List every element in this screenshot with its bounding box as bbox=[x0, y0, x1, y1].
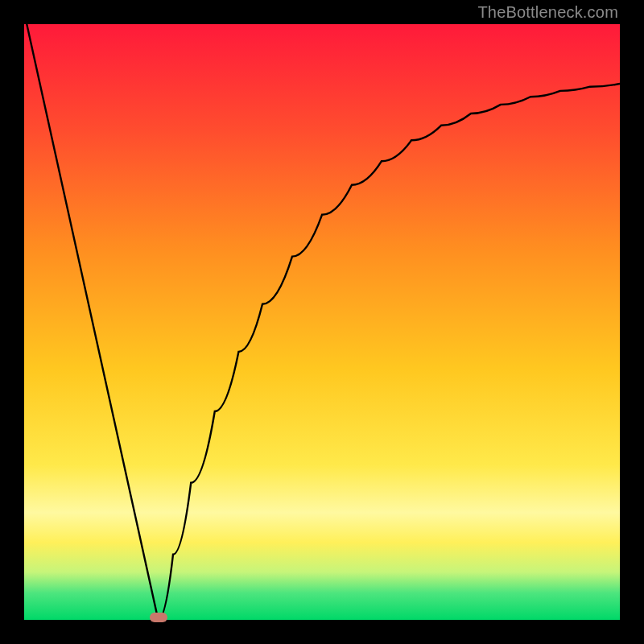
minimum-marker bbox=[150, 613, 167, 622]
gradient-rect bbox=[24, 24, 620, 620]
watermark-text: TheBottleneck.com bbox=[477, 3, 618, 22]
gradient-plot bbox=[24, 24, 620, 620]
plot-frame bbox=[24, 24, 620, 620]
